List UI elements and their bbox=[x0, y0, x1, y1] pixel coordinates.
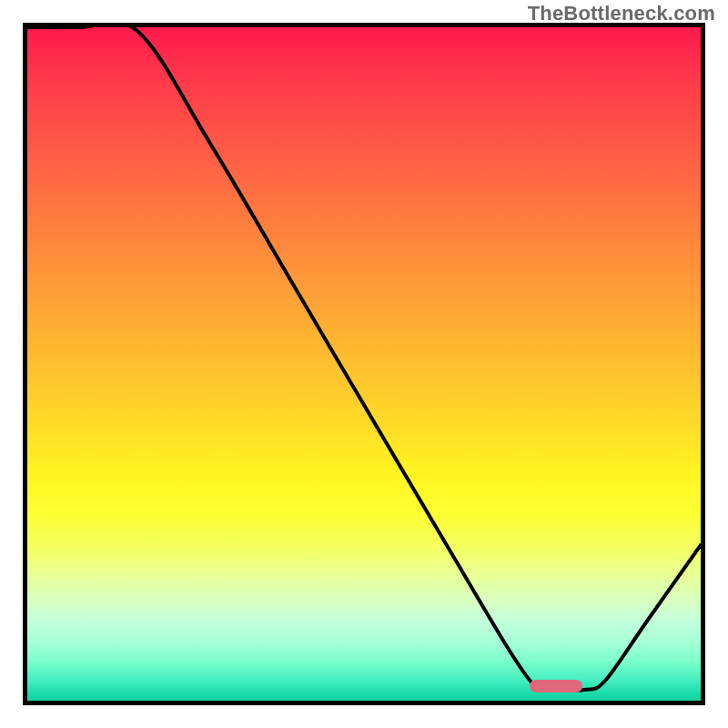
bottleneck-curve bbox=[27, 27, 701, 701]
optimal-range-marker bbox=[530, 680, 582, 693]
chart-frame bbox=[23, 23, 705, 705]
chart-container: TheBottleneck.com bbox=[0, 0, 728, 728]
